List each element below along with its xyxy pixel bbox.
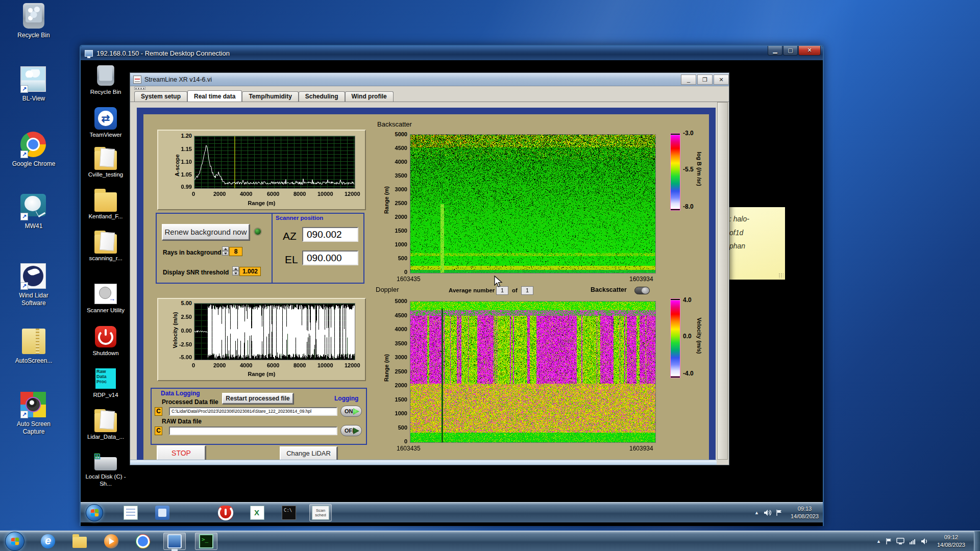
- backscatter-colorbar-label: log B (/m /sr): [696, 143, 702, 194]
- backscatter-heatmap: [410, 134, 656, 273]
- start-button[interactable]: [5, 532, 24, 551]
- spreadsheet-icon: [250, 506, 264, 520]
- rdp-icon-shutdown[interactable]: Shutdown: [84, 325, 128, 357]
- tab-wind-profile[interactable]: Wind profile: [345, 91, 394, 102]
- processed-path-field[interactable]: C:\Lidar\Data\Proc\2023\202308\20230814\…: [169, 407, 337, 416]
- mw41-icon: ↗: [20, 194, 47, 220]
- rdp-icon-lidar-data[interactable]: Lidar_Data_...: [84, 409, 128, 440]
- snr-spinner[interactable]: [232, 266, 239, 276]
- average-total-field[interactable]: 1: [521, 286, 533, 295]
- remote-start-button[interactable]: [86, 504, 103, 521]
- taskbar-notepad-button[interactable]: [119, 504, 142, 521]
- rdp-titlebar[interactable]: 192.168.0.150 - Remote Desktop Connectio…: [81, 46, 823, 60]
- raw-path-field[interactable]: [169, 427, 337, 435]
- taskbar-explorer-button[interactable]: [68, 533, 91, 550]
- a-scope-x-axis-label: Range (m): [158, 200, 365, 206]
- y-tick: 0.00: [172, 328, 192, 334]
- taskbar-internet-explorer-button[interactable]: e: [37, 533, 59, 550]
- desktop-icon-recycle-bin[interactable]: Recycle Bin: [6, 3, 61, 39]
- taskbar-sticky-notes-button[interactable]: [183, 504, 205, 521]
- rdp-connection-icon[interactable]: [896, 538, 904, 545]
- y-tick: 5.00: [172, 300, 192, 306]
- rdp-icon-recycle-bin[interactable]: Recycle Bin: [84, 64, 128, 95]
- show-desktop-button[interactable]: [974, 531, 980, 551]
- processed-drive-box[interactable]: C: [155, 407, 162, 416]
- desktop-icon-auto-screen-capture[interactable]: ↗ Auto Screen Capture: [6, 392, 61, 436]
- taskbar-spreadsheet-button[interactable]: [246, 504, 268, 521]
- rdp-icon-teamviewer[interactable]: TeamViewer: [84, 107, 128, 138]
- chrome-icon: ↗: [20, 132, 47, 158]
- toolbar-grip-icon: [134, 87, 145, 90]
- remote-clock[interactable]: 09:13 14/08/2023: [791, 505, 819, 520]
- backscatter-toggle-switch[interactable]: [634, 287, 650, 294]
- icon-label: Recycle Bin: [6, 32, 61, 39]
- taskbar-shutdown-button[interactable]: [214, 504, 237, 521]
- show-hidden-icons-arrow[interactable]: ▲: [876, 539, 881, 544]
- taskbar-cmd-button[interactable]: [278, 504, 300, 521]
- streamline-minimize-button[interactable]: _: [681, 74, 696, 85]
- taskbar-terminal-button[interactable]: [195, 533, 217, 550]
- horizontal-scrollbar[interactable]: [130, 460, 717, 465]
- y-tick: 3000: [388, 186, 407, 192]
- rdp-icon-rdp-v14[interactable]: Raw Data Proc RDP_v14: [84, 367, 128, 398]
- desktop-icon-mw41[interactable]: ↗ MW41: [6, 194, 61, 230]
- streamline-titlebar[interactable]: StreamLine XR v14-6.vi: [130, 73, 729, 86]
- rdp-maximize-button[interactable]: ▢: [783, 46, 798, 56]
- tab-system-setup[interactable]: System setup: [134, 91, 187, 102]
- sticky-note[interactable]: : halo- of1d phan: [727, 207, 785, 280]
- taskbar-scan-sched-button[interactable]: Scan sched: [309, 504, 332, 521]
- volume-icon[interactable]: [764, 509, 771, 516]
- tab-temp-humidity[interactable]: Temp/humidity: [242, 91, 298, 102]
- volume-icon[interactable]: [921, 538, 928, 545]
- raw-logging-off-switch[interactable]: OFF: [340, 425, 362, 436]
- show-hidden-icons-arrow[interactable]: ▲: [754, 510, 759, 515]
- colorbar-tick: -5.5: [683, 166, 694, 173]
- x-tick: 0: [192, 362, 195, 368]
- shortcut-arrow-icon: ↗: [20, 151, 28, 158]
- processed-data-file-label: Processed Data file: [162, 398, 218, 406]
- rdp-icon-local-disk[interactable]: Local Disk (C) - Sh...: [84, 449, 128, 488]
- host-clock[interactable]: 09:12 14/08/2023: [937, 534, 965, 549]
- rdp-icon-cville-testing[interactable]: Cville_testing: [84, 147, 128, 178]
- sticky-note-resize-grip[interactable]: [778, 273, 783, 278]
- az-value-field[interactable]: 090.002: [302, 227, 358, 242]
- wind-lidar-icon: ↗: [20, 263, 47, 290]
- x-tick: 12000: [345, 191, 360, 197]
- rdp-icon-scanning[interactable]: scanning_r...: [84, 231, 128, 262]
- desktop-icon-wind-lidar[interactable]: ↗ Wind Lidar Software: [6, 263, 61, 307]
- tab-real-time-data[interactable]: Real time data: [187, 90, 242, 102]
- taskbar-app-button[interactable]: [151, 504, 174, 521]
- action-center-flag-icon[interactable]: [776, 509, 782, 516]
- y-tick: 2000: [388, 382, 407, 388]
- vertical-scrollbar[interactable]: [717, 102, 728, 460]
- processed-logging-on-switch[interactable]: ON: [340, 406, 362, 417]
- rdp-icon-kentland[interactable]: Kentland_F...: [84, 189, 128, 220]
- backscatter-colorbar: [670, 135, 680, 209]
- renew-background-button[interactable]: Renew background now: [162, 224, 250, 240]
- snr-value-field[interactable]: 1.002: [239, 267, 261, 276]
- taskbar-media-player-button[interactable]: [100, 533, 122, 550]
- action-center-flag-icon[interactable]: [886, 538, 892, 545]
- desktop-icon-google-chrome[interactable]: ↗ Google Chrome: [6, 132, 61, 168]
- raw-drive-box[interactable]: C: [155, 427, 162, 435]
- rdp-minimize-button[interactable]: ▁: [768, 46, 782, 56]
- network-icon[interactable]: [909, 538, 916, 545]
- taskbar-chrome-button[interactable]: [132, 533, 154, 550]
- colorbar-cap: [670, 133, 680, 135]
- desktop-icon-bl-view[interactable]: ↗ BL-View: [6, 66, 61, 103]
- tab-scheduling[interactable]: Scheduling: [299, 91, 345, 102]
- y-tick: -5.00: [172, 354, 192, 360]
- rdp-close-button[interactable]: ✕: [798, 46, 821, 56]
- rays-spinner[interactable]: [222, 246, 229, 256]
- desktop-icon-autoscreen-zip[interactable]: AutoScreen...: [6, 329, 61, 365]
- bl-view-icon: ↗: [20, 66, 47, 93]
- el-value-field[interactable]: 090.000: [302, 251, 358, 265]
- restart-processed-file-button[interactable]: Restart processed file: [222, 393, 293, 404]
- rays-value-field[interactable]: 8: [229, 247, 242, 256]
- shutdown-icon: [218, 506, 233, 520]
- streamline-maximize-button[interactable]: ❐: [697, 74, 713, 85]
- streamline-close-button[interactable]: ✕: [714, 74, 729, 85]
- average-number-label: Average number: [449, 287, 495, 293]
- rdp-icon-scanner-utility[interactable]: Scanner Utility: [84, 283, 128, 314]
- taskbar-rdp-session-button[interactable]: [163, 533, 186, 550]
